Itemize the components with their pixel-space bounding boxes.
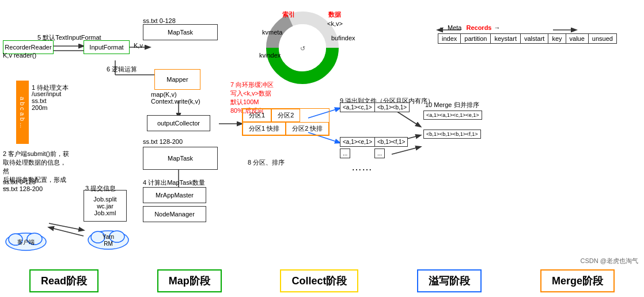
nodemanager-box: NodeManager (143, 206, 206, 222)
records-table: index partition keystart valstart key va… (438, 33, 617, 44)
label-kv-reader: K,v reader() (3, 52, 36, 59)
meta-label: Meta (448, 24, 461, 31)
merge-result-2: <b,1><b,1><b,1><f,1> (423, 130, 481, 139)
spill-box-2b: <b,1><f,1> (374, 137, 408, 147)
label-1-line2: /user/input (32, 90, 61, 97)
label-kvindex: kvindex (259, 52, 281, 59)
label-8: 8 分区、排序 (248, 158, 285, 167)
svg-line-12 (49, 223, 84, 230)
partition-cell-2-2: 分区2 快排 (286, 122, 329, 135)
spill-box-2a: <a,1><e,1> (340, 137, 375, 147)
records-label: Records (466, 24, 491, 31)
mapper-box: Mapper (154, 69, 200, 90)
svg-text:客户端: 客户端 (17, 239, 35, 245)
partition-row-1: 分区1 分区2 (243, 109, 329, 122)
yarn-rm-cloud: Yarn RM (85, 222, 131, 253)
svg-line-13 (49, 227, 84, 236)
mrappmaster-box: MrAppMaster (143, 187, 206, 203)
table-header-5: value (566, 34, 588, 44)
svg-line-11 (392, 147, 421, 154)
partition-grid: 分区1 分区2 分区1 快排 分区2 快排 (242, 108, 329, 136)
merge-result-1: <a,1><a,1><c,1><e,1> (423, 111, 482, 120)
label-bufindex: bufindex (331, 35, 355, 41)
spill-box-1a: <a,1><c,1> (340, 102, 375, 112)
table-header-0: index (438, 34, 461, 44)
client-cloud: 客户端 (3, 224, 49, 253)
label-data-title: 数据 (328, 10, 341, 19)
label-ellipsis: …… (351, 161, 372, 173)
watermark: CSDN @老虎也淘气 (581, 257, 638, 265)
label-sstxt-splits: ss.txt 0-128 ss.txt 128-200 (3, 178, 43, 192)
svg-text:RM: RM (104, 241, 113, 247)
main-diagram: 5 默认TextInputFormat RecorderReader Input… (0, 0, 644, 297)
label-mapkv: map(K,v) (151, 91, 177, 98)
label-1-line4: 200m (32, 104, 48, 111)
partition-cell-2-1: 分区1 快排 (243, 122, 286, 135)
stage-collect: Collect阶段 (280, 269, 358, 292)
spill-box-3a: ... (340, 148, 350, 158)
maptask-bottom-box: MapTask (143, 147, 218, 170)
label-kvmeta: kvmeta (262, 29, 282, 36)
label-4: 4 计算出MapTask数量 (143, 178, 205, 187)
label-sstxt-128-200: ss.txt 128-200 (143, 138, 183, 145)
table-header-3: valstart (520, 34, 548, 44)
svg-text:↺: ↺ (300, 45, 305, 52)
stage-labels: Read阶段 Map阶段 Collect阶段 溢写阶段 Merge阶段 (0, 269, 644, 292)
stage-read: Read阶段 (29, 269, 99, 292)
label-10: 10 Merge 归并排序 (425, 101, 479, 109)
meta-records-header: ← Meta Records → (439, 24, 501, 31)
maptask-top-box: MapTask (143, 24, 218, 40)
label-3: 3 提交信息 (85, 184, 116, 193)
label-index-title: 索引 (282, 10, 295, 19)
label-context-write: Context.write(k,v) (151, 98, 200, 105)
table-header-4: key (548, 34, 566, 44)
svg-text:Yarn: Yarn (103, 234, 114, 240)
partition-row-2: 分区1 快排 分区2 快排 (243, 122, 329, 135)
label-6-logic: 6 逻辑运算 (107, 65, 137, 74)
stage-spill: 溢写阶段 (417, 269, 482, 292)
input-format-box: InputFormat (84, 40, 130, 54)
label-kv-data: <k,v> (327, 20, 343, 27)
vertical-text-box: a b c a b ... (16, 81, 29, 144)
label-kv: K,v (134, 42, 143, 49)
table-header-1: partition (461, 34, 491, 44)
submit-info-box: Job.split wc.jar Job.xml (84, 190, 127, 222)
output-collector-box: outputCollector (147, 115, 210, 131)
spill-box-3b: ... (374, 148, 385, 158)
stage-map: Map阶段 (157, 269, 222, 292)
stage-merge: Merge阶段 (540, 269, 615, 292)
table-header-6: unsued (588, 34, 616, 44)
label-sstxt-0128: ss.txt 0-128 (143, 17, 176, 24)
partition-cell-1-2: 分区2 (271, 109, 300, 122)
partition-cell-1-1: 分区1 (243, 109, 271, 122)
table-header-2: keystart (491, 34, 521, 44)
label-1-line3: ss.txt (32, 97, 47, 104)
spill-box-1b: <b,1><b,1> (374, 102, 410, 112)
